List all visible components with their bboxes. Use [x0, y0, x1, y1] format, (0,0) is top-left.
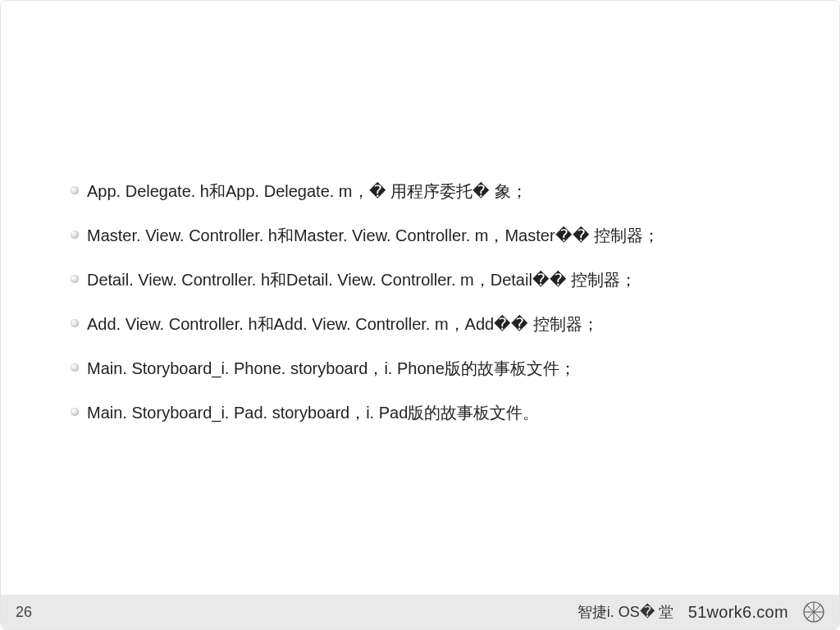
bullet-icon — [71, 275, 79, 283]
slide-container: App. Delegate. h和App. Delegate. m，� 用程序委… — [0, 0, 840, 630]
content-area: App. Delegate. h和App. Delegate. m，� 用程序委… — [71, 180, 790, 445]
list-item: Add. View. Controller. h和Add. View. Cont… — [71, 313, 790, 336]
list-item: Main. Storyboard_i. Phone. storyboard，i.… — [71, 357, 790, 380]
bullet-icon — [71, 363, 79, 372]
bullet-icon — [71, 231, 79, 239]
list-item-text: Main. Storyboard_i. Phone. storyboard，i.… — [87, 357, 576, 380]
list-item: App. Delegate. h和App. Delegate. m，� 用程序委… — [71, 180, 790, 203]
footer-class-text: 智捷i. OS� 堂 — [578, 602, 673, 622]
footer-bar: 26 智捷i. OS� 堂 51work6.com — [1, 595, 839, 629]
list-item-text: Add. View. Controller. h和Add. View. Cont… — [87, 313, 599, 336]
list-item-text: Main. Storyboard_i. Pad. storyboard，i. P… — [87, 401, 539, 424]
list-item: Master. View. Controller. h和Master. View… — [71, 224, 790, 247]
footer-brand-text: 51work6.com — [688, 603, 788, 622]
list-item-text: App. Delegate. h和App. Delegate. m，� 用程序委… — [87, 180, 527, 203]
list-item: Main. Storyboard_i. Pad. storyboard，i. P… — [71, 401, 790, 424]
page-number: 26 — [16, 604, 32, 621]
bullet-icon — [71, 408, 79, 416]
footer-right: 智捷i. OS� 堂 51work6.com — [578, 601, 824, 623]
bullet-icon — [71, 319, 79, 327]
bullet-icon — [71, 186, 79, 194]
list-item-text: Detail. View. Controller. h和Detail. View… — [87, 268, 637, 291]
wheel-icon — [803, 601, 824, 623]
list-item: Detail. View. Controller. h和Detail. View… — [71, 268, 790, 291]
list-item-text: Master. View. Controller. h和Master. View… — [87, 224, 660, 247]
